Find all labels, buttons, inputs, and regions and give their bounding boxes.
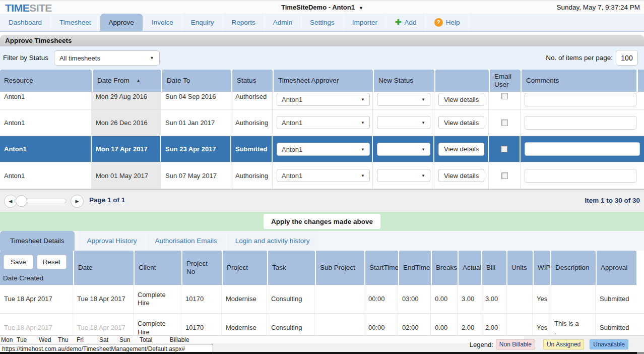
cell-start-time: 00:00 [364, 285, 398, 313]
comment-input[interactable] [525, 93, 636, 106]
next-page-button[interactable]: ▶ [71, 195, 84, 208]
comment-input[interactable] [525, 142, 640, 156]
comment-input[interactable] [525, 116, 636, 130]
tab-authorisation-emails[interactable]: Authorisation Emails [147, 231, 226, 251]
cell-status: Authorising [231, 162, 273, 189]
tab-login-activity-history[interactable]: Login and activity history [227, 231, 318, 251]
cell-project-no: 10170 [181, 285, 222, 313]
reset-button[interactable]: Reset [37, 255, 67, 269]
col-approval: Approval [596, 251, 636, 285]
new-status-select[interactable]: ▼ [377, 169, 430, 182]
chevron-down-icon: ▼ [361, 147, 365, 151]
col-date-to[interactable]: Date To [161, 70, 231, 92]
col-actual: Actual [458, 251, 481, 285]
nav-admin[interactable]: Admin [265, 14, 301, 31]
col-bill: Bill [481, 251, 506, 285]
items-per-page-input[interactable] [616, 50, 638, 66]
window-edge [0, 352, 644, 354]
cell-resource: Anton1 [0, 92, 92, 109]
approver-select[interactable]: Anton1▼ [277, 169, 370, 182]
approver-select[interactable]: Anton1▼ [277, 143, 370, 156]
col-resource[interactable]: Resource [0, 70, 92, 92]
cell-resource: Anton1 [0, 162, 92, 189]
page-slider-thumb[interactable] [16, 195, 27, 207]
cell-actual: 2.00 [458, 314, 481, 335]
nav-settings[interactable]: Settings [301, 14, 344, 31]
filter-by-status-label: Filter by Status [3, 54, 48, 62]
col-date-created: Save Reset Date Created [0, 251, 73, 285]
status-filter-select[interactable]: All timesheets ▼ [54, 50, 160, 66]
approve-table: Resource Date From▲ Date To Status Times… [0, 70, 644, 189]
nav-help[interactable]: ?Help [426, 14, 469, 31]
scrollbar-track[interactable] [636, 70, 644, 92]
items-per-page-label: No. of items per page: [546, 54, 613, 62]
table-row: Anton1 Mon 29 Aug 2016 Sun 04 Sep 2016 A… [0, 92, 644, 109]
nav-importer[interactable]: Importer [344, 14, 387, 31]
col-new-status[interactable]: New Status [373, 70, 434, 92]
col-date: Date [73, 251, 134, 285]
chevron-down-icon: ▼ [150, 55, 154, 61]
new-status-select[interactable]: ▼ [377, 143, 430, 156]
chevron-down-icon: ▼ [421, 147, 425, 151]
cell-date-created: Tue 18 Apr 2017 [0, 285, 73, 313]
scrollbar-corner [637, 352, 644, 354]
cell-date-to: Sun 07 May 2017 [161, 162, 231, 189]
detail-tabs: Timesheet Details Approval History Autho… [0, 231, 644, 251]
cell-resource: Anton1 [0, 109, 92, 136]
filter-row: Filter by Status All timesheets ▼ No. of… [0, 46, 644, 70]
col-timesheet-approver[interactable]: Timesheet Approver [273, 70, 373, 92]
view-details-button[interactable]: View details [438, 169, 484, 182]
table-row-selected[interactable]: Anton1 Mon 17 Apr 2017 Sun 23 Apr 2017 S… [0, 136, 644, 162]
nav-enquiry[interactable]: Enquiry [182, 14, 223, 31]
page-indicator: Page 1 of 1 [89, 196, 125, 204]
logo-site: SITE [29, 2, 52, 14]
chevron-down-icon: ▼ [361, 173, 365, 178]
status-url-tooltip: https://timehost.com.au/demo/TimesheetMa… [0, 344, 213, 352]
col-status[interactable]: Status [231, 70, 273, 92]
email-user-checkbox[interactable] [501, 172, 508, 179]
approver-select[interactable]: Anton1▼ [277, 93, 370, 106]
cell-date-from: Mon 17 Apr 2017 [92, 136, 161, 162]
nav-invoice[interactable]: Invoice [143, 14, 182, 31]
save-button[interactable]: Save [4, 255, 33, 269]
chevron-down-icon: ▼ [361, 97, 365, 102]
session-label: TimeSiteDemo - Anton1 [281, 4, 355, 11]
email-user-checkbox[interactable] [501, 93, 508, 99]
session-menu[interactable]: TimeSiteDemo - Anton1▼ [281, 4, 363, 11]
col-date-from[interactable]: Date From▲ [92, 70, 161, 92]
view-details-button[interactable]: View details [438, 143, 484, 156]
cell-project-no: 10170 [181, 314, 222, 335]
tab-timesheet-details[interactable]: Timesheet Details [0, 231, 75, 251]
col-email-user[interactable]: Email User [489, 70, 521, 92]
view-details-button[interactable]: View details [438, 93, 484, 106]
cell-wip: Yes [533, 285, 550, 313]
col-start-time: StartTime [364, 251, 398, 285]
plus-icon: ✚ [395, 18, 402, 27]
nav-add[interactable]: ✚Add [387, 14, 426, 31]
chevron-down-icon: ▼ [421, 121, 425, 125]
col-task: Task [267, 251, 315, 285]
apply-changes-button[interactable]: Apply the changes made above [264, 214, 380, 229]
nav-approve[interactable]: Approve [100, 14, 143, 31]
new-status-select[interactable]: ▼ [377, 93, 430, 106]
col-comments[interactable]: Comments [521, 70, 644, 92]
top-bar: TIMESITE TimeSiteDemo - Anton1▼ Sunday, … [0, 0, 644, 14]
cell-status: Authorising [231, 109, 273, 136]
view-details-button[interactable]: View details [438, 116, 484, 129]
cell-date-to: Sun 04 Sep 2016 [161, 92, 231, 109]
email-user-checkbox[interactable] [501, 120, 508, 126]
approver-select[interactable]: Anton1▼ [277, 116, 370, 129]
col-project: Project [222, 251, 267, 285]
cell-approval: Submitted [596, 285, 636, 313]
cell-date: Tue 18 Apr 2017 [73, 314, 134, 335]
comment-input[interactable] [525, 169, 636, 183]
help-icon: ? [434, 18, 443, 27]
nav-reports[interactable]: Reports [223, 14, 264, 31]
nav-timesheet[interactable]: Timesheet [51, 14, 100, 31]
cell-date-created: Tue 18 Apr 2017 [0, 314, 73, 335]
tab-approval-history[interactable]: Approval History [79, 231, 146, 251]
email-user-checkbox[interactable] [501, 146, 507, 152]
nav-dashboard[interactable]: Dashboard [0, 14, 51, 31]
col-view-details [434, 70, 489, 92]
new-status-select[interactable]: ▼ [377, 116, 430, 129]
